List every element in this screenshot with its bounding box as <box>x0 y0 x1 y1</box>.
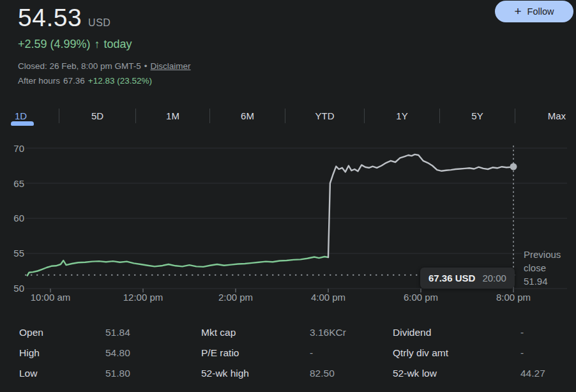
active-tab-indicator <box>11 121 34 126</box>
follow-button-label: Follow <box>527 6 554 17</box>
tab-1m[interactable]: 1M <box>136 101 209 130</box>
tab-max[interactable]: Max <box>515 101 576 130</box>
tab-label: Max <box>548 110 566 121</box>
tab-label: YTD <box>315 110 335 121</box>
after-hours-change: +12.83 (23.52%) <box>88 76 152 86</box>
x-axis-tick: 10:00 am <box>22 292 79 303</box>
y-axis-tick: 50 <box>0 282 24 295</box>
tab-label: 1Y <box>396 110 407 121</box>
tab-label: 1M <box>166 110 179 121</box>
tab-label: 5Y <box>471 110 483 121</box>
tab-1y[interactable]: 1Y <box>365 101 439 130</box>
stat-label: Mkt cap <box>201 327 310 338</box>
stat-value: - <box>520 327 562 338</box>
market-status: Closed: 26 Feb, 8:00 pm GMT-5 <box>18 61 141 71</box>
key-stats-table: Open 51.84 Mkt cap 3.16KCr Dividend - Hi… <box>19 322 562 384</box>
follow-button[interactable]: + Follow <box>495 1 573 22</box>
x-axis-tick: 12:00 pm <box>114 292 172 303</box>
range-tabs: 1D 5D 1M 6M YTD 1Y 5Y Max <box>0 101 576 130</box>
stat-label: Qtrly div amt <box>393 347 520 359</box>
stat-label: Open <box>19 327 105 338</box>
stat-label: 52-wk low <box>393 368 520 379</box>
x-axis-tick: 8:00 pm <box>485 292 542 303</box>
after-hours-row: After hours 67.36 +12.83 (23.52%) <box>18 76 191 86</box>
tab-ytd[interactable]: YTD <box>285 101 364 130</box>
quote-header: 54.53 USD +2.59 (4.99%) ↑ today Closed: … <box>18 4 191 86</box>
plus-icon: + <box>514 5 521 17</box>
tooltip-price: 67.36 USD <box>428 273 475 283</box>
tab-label: 5D <box>91 110 103 121</box>
tab-label: 1D <box>15 110 27 121</box>
tab-5d[interactable]: 5D <box>59 101 135 130</box>
price-change: +2.59 (4.99%) <box>18 38 91 51</box>
price-change-row: +2.59 (4.99%) ↑ today <box>18 38 191 51</box>
stat-value: 44.27 <box>520 368 562 379</box>
change-suffix: today <box>104 38 132 51</box>
x-axis-tick: 4:00 pm <box>299 292 357 303</box>
y-axis-tick: 70 <box>0 142 24 155</box>
stat-label: P/E ratio <box>201 347 310 359</box>
chart-tooltip: 67.36 USD 20:00 <box>420 268 515 289</box>
currency-label: USD <box>88 17 110 29</box>
stat-value: 51.80 <box>105 368 201 379</box>
stat-value: 82.50 <box>310 368 393 379</box>
x-axis-tick: 6:00 pm <box>392 292 450 303</box>
after-hours-price: 67.36 <box>63 76 85 86</box>
x-axis-tick: 2:00 pm <box>207 292 264 303</box>
tab-1d[interactable]: 1D <box>0 101 59 130</box>
tab-6m[interactable]: 6M <box>210 101 285 130</box>
stat-value: 51.84 <box>105 327 201 338</box>
stat-label: High <box>19 347 105 359</box>
previous-close-annotation: Previous close 51.94 <box>522 248 576 288</box>
market-status-row: Closed: 26 Feb, 8:00 pm GMT-5 • Disclaim… <box>18 61 191 71</box>
bullet-separator: • <box>144 61 148 71</box>
up-arrow-icon: ↑ <box>95 38 100 51</box>
stat-value: - <box>520 347 562 359</box>
stat-label: 52-wk high <box>201 368 310 379</box>
stat-label: Low <box>19 368 105 379</box>
stat-value: - <box>310 347 393 359</box>
y-axis-tick: 65 <box>0 177 24 190</box>
disclaimer-link[interactable]: Disclaimer <box>151 61 191 71</box>
stat-value: 3.16KCr <box>310 327 393 338</box>
after-hours-label: After hours <box>18 76 60 86</box>
previous-close-label: Previous close <box>524 248 576 275</box>
previous-close-value: 51.94 <box>524 275 576 288</box>
tab-label: 6M <box>241 110 254 121</box>
tab-5y[interactable]: 5Y <box>440 101 515 130</box>
current-price: 54.53 <box>18 4 82 32</box>
y-axis-tick: 60 <box>0 212 24 225</box>
tooltip-time: 20:00 <box>482 273 506 283</box>
stat-label: Dividend <box>393 327 520 338</box>
y-axis-tick: 55 <box>0 247 24 260</box>
stat-value: 54.80 <box>105 347 201 359</box>
